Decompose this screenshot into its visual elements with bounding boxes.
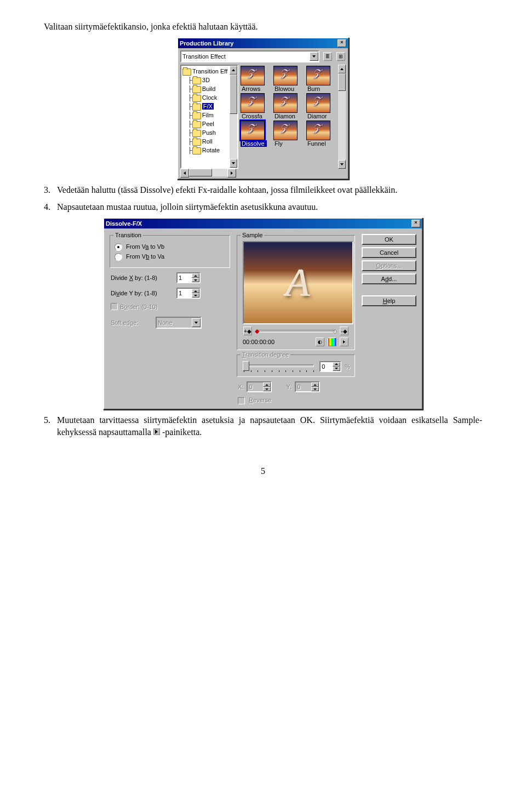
border-checkbox xyxy=(111,303,118,310)
tree-item[interactable]: ├Peel xyxy=(188,119,230,128)
scroll-down-icon[interactable] xyxy=(338,160,346,169)
library-titlebar[interactable]: Production Library × xyxy=(178,38,348,48)
reverse-row: Reverse xyxy=(233,394,358,407)
folder-icon xyxy=(192,112,201,119)
radio-va-vb[interactable]: From Va to Vb xyxy=(115,243,225,251)
folder-icon xyxy=(192,95,201,102)
tree-item[interactable]: ├3D xyxy=(188,76,230,84)
sample-preview: A xyxy=(243,241,353,324)
folder-icon xyxy=(192,130,201,137)
chevron-down-icon[interactable] xyxy=(310,52,318,61)
spin-down-icon[interactable] xyxy=(192,293,199,298)
key-slider[interactable]: ◆ ◇ xyxy=(254,328,338,334)
effect-thumb[interactable]: Arrows xyxy=(241,66,271,92)
transition-group: Transition From Va to Vb From Vb to Va xyxy=(110,235,230,268)
effect-thumb[interactable]: Diamor xyxy=(306,93,337,119)
palette-icon[interactable] xyxy=(328,338,336,346)
softedge-row: Soft edge: None xyxy=(106,312,233,333)
folder-icon xyxy=(182,68,191,76)
degree-input[interactable] xyxy=(319,361,341,372)
folder-icon xyxy=(192,104,201,111)
gauge-icon[interactable]: ◐ xyxy=(316,338,324,346)
ok-button[interactable]: OK xyxy=(362,234,416,245)
effect-thumb-selected[interactable]: Dissolve xyxy=(241,121,271,147)
spin-down-icon[interactable] xyxy=(192,278,199,282)
scroll-right-icon[interactable] xyxy=(227,169,236,178)
reverse-checkbox xyxy=(238,397,245,404)
sample-group: Sample A +◆ ◆ ◇ -◆ 00:00:00:00 ◐ xyxy=(237,235,355,350)
scroll-up-icon[interactable] xyxy=(230,66,237,75)
thumbs-scrollbar[interactable] xyxy=(338,65,346,169)
folder-icon xyxy=(192,139,201,146)
tree-hscroll[interactable] xyxy=(180,169,236,176)
step5-text: 5. Muutetaan tarvittaessa siirtymäefekti… xyxy=(44,414,482,439)
effect-thumb[interactable]: Fly xyxy=(273,121,304,147)
timecode: 00:00:00:00 xyxy=(243,339,275,345)
options-button: Options... xyxy=(362,260,416,271)
tree-item[interactable]: ├Rotate xyxy=(188,146,230,155)
tree-root[interactable]: Transition Eff xyxy=(182,67,230,76)
close-icon[interactable]: × xyxy=(411,220,420,227)
scroll-left-icon[interactable] xyxy=(180,169,189,178)
dividex-input[interactable] xyxy=(176,272,201,283)
folder-tree[interactable]: Transition Eff ├3D ├Build ├Clock ├F/X ├F… xyxy=(180,65,238,169)
tree-scrollbar[interactable] xyxy=(230,66,237,168)
tree-item-selected[interactable]: ├F/X xyxy=(188,102,230,111)
folder-icon xyxy=(192,147,201,155)
folder-icon xyxy=(192,77,201,84)
tree-item[interactable]: ├Push xyxy=(188,128,230,137)
add-key-icon[interactable]: +◆ xyxy=(243,327,252,335)
chevron-down-icon xyxy=(192,318,201,327)
scroll-down-icon[interactable] xyxy=(230,159,237,168)
scroll-up-icon[interactable] xyxy=(338,65,346,73)
play-icon xyxy=(153,428,160,435)
play-button[interactable] xyxy=(340,338,348,346)
add-button[interactable]: Add... xyxy=(362,273,416,284)
effect-thumb[interactable]: Diamon xyxy=(273,93,304,119)
spin-up-icon[interactable] xyxy=(192,273,199,278)
list-view-icon[interactable]: ≣ xyxy=(323,52,332,61)
close-icon[interactable]: × xyxy=(338,39,346,47)
cancel-button[interactable]: Cancel xyxy=(362,247,416,258)
degree-slider[interactable] xyxy=(242,361,316,370)
tree-item[interactable]: ├Roll xyxy=(188,137,230,146)
step4-text: 4.Napsautetaan mustaa ruutua, jolloin si… xyxy=(44,201,482,213)
effect-type-dropdown[interactable]: Transition Effect xyxy=(180,50,319,62)
dialog-titlebar[interactable]: Dissolve-F/X × xyxy=(104,219,422,228)
library-title: Production Library xyxy=(180,40,233,47)
dividex-label: Divide X by: (1-8) xyxy=(111,275,176,281)
dividey-input[interactable] xyxy=(176,288,201,299)
page-number: 5 xyxy=(44,466,482,476)
effect-thumb[interactable]: Blowou xyxy=(273,66,304,92)
effect-thumb[interactable]: Crossfa xyxy=(241,93,271,119)
effect-thumb[interactable]: Burn xyxy=(306,66,337,92)
production-library-window: Production Library × Transition Effect ≣… xyxy=(177,37,349,180)
dividey-label: Divide Y by: (1-8) xyxy=(111,290,176,296)
effect-thumb[interactable]: Funnel xyxy=(306,121,337,147)
spin-up-icon[interactable] xyxy=(192,289,199,293)
step3-text: 3.Vedetään haluttu (tässä Dissolve) efek… xyxy=(44,184,482,196)
dialog-title: Dissolve-F/X xyxy=(106,220,142,227)
remove-key-icon[interactable]: -◆ xyxy=(340,327,348,335)
degree-group: Transition degree % xyxy=(237,354,355,377)
border-row: Border: (0-10) xyxy=(106,301,233,312)
tree-item[interactable]: ├Film xyxy=(188,111,230,119)
xy-row: X: Y: xyxy=(233,379,358,394)
radio-vb-va[interactable]: From Vb to Va xyxy=(115,253,225,261)
help-button[interactable]: Help xyxy=(362,295,416,306)
folder-icon xyxy=(192,121,201,128)
intro-text: Valitaan siirtymäefektikansio, jonka efe… xyxy=(44,21,482,33)
thumb-view-icon[interactable]: ⊞ xyxy=(336,52,345,61)
dissolve-dialog: Dissolve-F/X × Transition From Va to Vb … xyxy=(103,218,423,410)
tree-item[interactable]: ├Build xyxy=(188,84,230,93)
folder-icon xyxy=(192,86,201,93)
tree-item[interactable]: ├Clock xyxy=(188,93,230,102)
